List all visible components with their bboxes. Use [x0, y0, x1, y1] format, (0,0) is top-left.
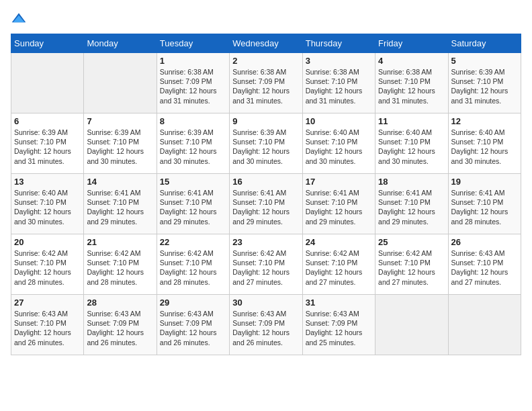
day-info: Sunrise: 6:42 AM Sunset: 7:10 PM Dayligh… — [232, 248, 299, 287]
day-number: 8 — [160, 116, 226, 126]
calendar-cell: 21Sunrise: 6:42 AM Sunset: 7:10 PM Dayli… — [84, 234, 157, 295]
calendar-cell: 23Sunrise: 6:42 AM Sunset: 7:10 PM Dayli… — [230, 234, 302, 295]
day-number: 12 — [451, 116, 518, 126]
day-info: Sunrise: 6:43 AM Sunset: 7:09 PM Dayligh… — [306, 309, 372, 347]
day-number: 11 — [378, 116, 445, 126]
calendar-cell: 26Sunrise: 6:43 AM Sunset: 7:10 PM Dayli… — [448, 234, 521, 295]
day-number: 16 — [232, 177, 299, 187]
day-info: Sunrise: 6:42 AM Sunset: 7:10 PM Dayligh… — [160, 248, 226, 287]
day-info: Sunrise: 6:41 AM Sunset: 7:10 PM Dayligh… — [87, 188, 153, 226]
day-number: 17 — [306, 177, 372, 187]
day-info: Sunrise: 6:41 AM Sunset: 7:10 PM Dayligh… — [378, 188, 445, 226]
calendar-cell: 13Sunrise: 6:40 AM Sunset: 7:10 PM Dayli… — [11, 174, 84, 234]
calendar-cell — [375, 295, 448, 355]
day-number: 22 — [160, 237, 226, 247]
day-number: 31 — [306, 298, 372, 308]
day-number: 6 — [14, 116, 81, 126]
day-info: Sunrise: 6:40 AM Sunset: 7:10 PM Dayligh… — [14, 188, 81, 226]
calendar-cell: 11Sunrise: 6:40 AM Sunset: 7:10 PM Dayli… — [375, 113, 448, 174]
day-info: Sunrise: 6:39 AM Sunset: 7:10 PM Dayligh… — [232, 128, 299, 166]
calendar-cell: 22Sunrise: 6:42 AM Sunset: 7:10 PM Dayli… — [157, 234, 229, 295]
day-info: Sunrise: 6:41 AM Sunset: 7:10 PM Dayligh… — [306, 188, 372, 226]
day-number: 19 — [451, 177, 518, 187]
calendar-cell: 14Sunrise: 6:41 AM Sunset: 7:10 PM Dayli… — [84, 174, 157, 234]
day-info: Sunrise: 6:43 AM Sunset: 7:09 PM Dayligh… — [232, 309, 299, 347]
day-number: 30 — [232, 298, 299, 308]
day-number: 15 — [160, 177, 226, 187]
calendar-cell: 6Sunrise: 6:39 AM Sunset: 7:10 PM Daylig… — [11, 113, 84, 174]
calendar-cell: 24Sunrise: 6:42 AM Sunset: 7:10 PM Dayli… — [302, 234, 375, 295]
day-info: Sunrise: 6:39 AM Sunset: 7:10 PM Dayligh… — [14, 128, 81, 166]
calendar-cell: 20Sunrise: 6:42 AM Sunset: 7:10 PM Dayli… — [11, 234, 84, 295]
day-info: Sunrise: 6:42 AM Sunset: 7:10 PM Dayligh… — [378, 248, 445, 287]
calendar-cell: 17Sunrise: 6:41 AM Sunset: 7:10 PM Dayli… — [302, 174, 375, 234]
day-number: 24 — [306, 237, 372, 247]
logo-icon — [11, 11, 27, 27]
day-info: Sunrise: 6:39 AM Sunset: 7:10 PM Dayligh… — [87, 128, 153, 166]
day-number: 7 — [87, 116, 153, 126]
page-header — [11, 11, 521, 27]
day-of-week-header: Wednesday — [230, 34, 302, 53]
day-of-week-header: Thursday — [302, 34, 375, 53]
day-number: 18 — [378, 177, 445, 187]
day-info: Sunrise: 6:41 AM Sunset: 7:10 PM Dayligh… — [451, 188, 518, 226]
day-info: Sunrise: 6:38 AM Sunset: 7:09 PM Dayligh… — [232, 67, 299, 105]
calendar-cell: 9Sunrise: 6:39 AM Sunset: 7:10 PM Daylig… — [230, 113, 302, 174]
calendar-cell: 2Sunrise: 6:38 AM Sunset: 7:09 PM Daylig… — [230, 53, 302, 113]
day-number: 14 — [87, 177, 153, 187]
calendar-table: SundayMondayTuesdayWednesdayThursdayFrid… — [11, 34, 521, 355]
day-number: 26 — [451, 237, 518, 247]
day-number: 9 — [232, 116, 299, 126]
day-info: Sunrise: 6:42 AM Sunset: 7:10 PM Dayligh… — [306, 248, 372, 287]
day-number: 29 — [160, 298, 226, 308]
day-info: Sunrise: 6:43 AM Sunset: 7:10 PM Dayligh… — [451, 248, 518, 287]
day-info: Sunrise: 6:38 AM Sunset: 7:10 PM Dayligh… — [378, 67, 445, 105]
day-info: Sunrise: 6:43 AM Sunset: 7:09 PM Dayligh… — [160, 309, 226, 347]
day-of-week-header: Saturday — [448, 34, 521, 53]
calendar-week-row: 13Sunrise: 6:40 AM Sunset: 7:10 PM Dayli… — [11, 174, 521, 234]
calendar-cell: 25Sunrise: 6:42 AM Sunset: 7:10 PM Dayli… — [375, 234, 448, 295]
days-header-row: SundayMondayTuesdayWednesdayThursdayFrid… — [11, 34, 521, 53]
day-of-week-header: Sunday — [11, 34, 84, 53]
day-info: Sunrise: 6:38 AM Sunset: 7:09 PM Dayligh… — [160, 67, 226, 105]
day-info: Sunrise: 6:42 AM Sunset: 7:10 PM Dayligh… — [14, 248, 81, 287]
calendar-cell: 28Sunrise: 6:43 AM Sunset: 7:09 PM Dayli… — [84, 295, 157, 355]
calendar-cell: 7Sunrise: 6:39 AM Sunset: 7:10 PM Daylig… — [84, 113, 157, 174]
calendar-cell: 10Sunrise: 6:40 AM Sunset: 7:10 PM Dayli… — [302, 113, 375, 174]
day-number: 20 — [14, 237, 81, 247]
calendar-cell: 27Sunrise: 6:43 AM Sunset: 7:10 PM Dayli… — [11, 295, 84, 355]
day-number: 13 — [14, 177, 81, 187]
calendar-cell: 15Sunrise: 6:41 AM Sunset: 7:10 PM Dayli… — [157, 174, 229, 234]
day-of-week-header: Monday — [84, 34, 157, 53]
day-info: Sunrise: 6:39 AM Sunset: 7:10 PM Dayligh… — [451, 67, 518, 105]
day-number: 28 — [87, 298, 153, 308]
calendar-cell: 16Sunrise: 6:41 AM Sunset: 7:10 PM Dayli… — [230, 174, 302, 234]
calendar-week-row: 20Sunrise: 6:42 AM Sunset: 7:10 PM Dayli… — [11, 234, 521, 295]
day-number: 10 — [306, 116, 372, 126]
day-number: 23 — [232, 237, 299, 247]
day-info: Sunrise: 6:38 AM Sunset: 7:10 PM Dayligh… — [306, 67, 372, 105]
day-info: Sunrise: 6:41 AM Sunset: 7:10 PM Dayligh… — [160, 188, 226, 226]
day-info: Sunrise: 6:43 AM Sunset: 7:10 PM Dayligh… — [14, 309, 81, 347]
day-number: 1 — [160, 56, 226, 66]
day-info: Sunrise: 6:40 AM Sunset: 7:10 PM Dayligh… — [306, 128, 372, 166]
calendar-cell — [11, 53, 84, 113]
day-number: 21 — [87, 237, 153, 247]
day-number: 25 — [378, 237, 445, 247]
calendar-week-row: 6Sunrise: 6:39 AM Sunset: 7:10 PM Daylig… — [11, 113, 521, 174]
day-number: 3 — [306, 56, 372, 66]
day-info: Sunrise: 6:43 AM Sunset: 7:09 PM Dayligh… — [87, 309, 153, 347]
calendar-week-row: 1Sunrise: 6:38 AM Sunset: 7:09 PM Daylig… — [11, 53, 521, 113]
logo — [11, 11, 30, 27]
calendar-cell: 3Sunrise: 6:38 AM Sunset: 7:10 PM Daylig… — [302, 53, 375, 113]
day-of-week-header: Friday — [375, 34, 448, 53]
day-info: Sunrise: 6:41 AM Sunset: 7:10 PM Dayligh… — [232, 188, 299, 226]
calendar-cell: 4Sunrise: 6:38 AM Sunset: 7:10 PM Daylig… — [375, 53, 448, 113]
calendar-cell: 29Sunrise: 6:43 AM Sunset: 7:09 PM Dayli… — [157, 295, 229, 355]
day-of-week-header: Tuesday — [157, 34, 229, 53]
day-info: Sunrise: 6:40 AM Sunset: 7:10 PM Dayligh… — [451, 128, 518, 166]
day-number: 27 — [14, 298, 81, 308]
calendar-cell: 19Sunrise: 6:41 AM Sunset: 7:10 PM Dayli… — [448, 174, 521, 234]
calendar-cell: 31Sunrise: 6:43 AM Sunset: 7:09 PM Dayli… — [302, 295, 375, 355]
calendar-cell: 5Sunrise: 6:39 AM Sunset: 7:10 PM Daylig… — [448, 53, 521, 113]
